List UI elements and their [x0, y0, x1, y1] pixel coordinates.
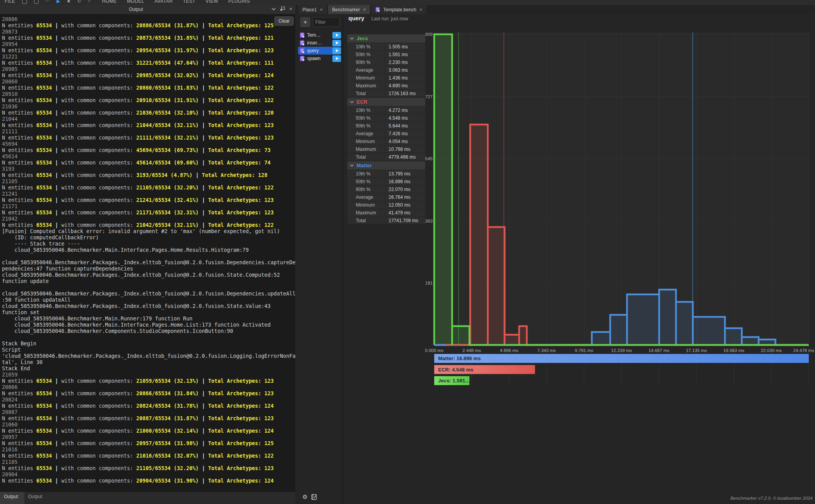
clear-button[interactable]: Clear	[274, 16, 294, 26]
filter-input[interactable]	[313, 17, 340, 27]
stat-section-header-jecs[interactable]: Jecs	[347, 34, 425, 42]
common-components-value: 20873/65534 (31.85%)	[136, 35, 199, 41]
output-panel-header: Output ×	[0, 5, 295, 14]
separator: |	[199, 135, 208, 141]
legend-bar-matter	[434, 354, 809, 363]
stat-label: Minimum	[347, 138, 385, 145]
stat-section-name: Matter	[357, 163, 372, 168]
console-line	[2, 334, 295, 341]
stat-value: 41.479 ms	[385, 209, 425, 216]
reset-icon[interactable]: ↻	[77, 0, 81, 4]
console-line: pendencies:47 function captureDependenci…	[2, 266, 295, 272]
console-text: with common components:	[61, 35, 136, 41]
separator: |	[199, 110, 208, 116]
console-text: with common components:	[61, 122, 136, 128]
total-archetypes: Total Archetypes: 121	[208, 35, 273, 41]
common-components-value: 45694/65534 (69.73%)	[136, 147, 199, 153]
benchmark-item-tem[interactable]: Tem…	[298, 31, 341, 39]
stat-row: 50th %4.548 ms	[347, 114, 425, 122]
run-title: query	[348, 15, 364, 21]
stat-row: Maximum41.479 ms	[347, 209, 425, 216]
dropdown-caret-icon[interactable]: ▾	[88, 0, 91, 4]
docs-book-icon[interactable]	[311, 494, 317, 500]
separator: |	[52, 391, 61, 396]
tab-place1[interactable]: Place1×	[298, 5, 327, 14]
stat-row: Total1726.163 ms	[347, 90, 425, 97]
benchmark-item-inser[interactable]: inser…	[298, 39, 341, 47]
total-archetypes: Total Archetypes: 111	[208, 60, 273, 66]
common-components-value: 20824/65534 (31.78%)	[136, 403, 199, 409]
console-text: N entities	[2, 122, 36, 128]
separator: |	[52, 122, 61, 128]
close-icon[interactable]: ×	[289, 7, 292, 11]
console-line: N entities 65534 | with common component…	[2, 185, 295, 191]
stat-row: 10th %1.505 ms	[347, 43, 425, 50]
console-line: 20957	[2, 434, 295, 440]
console-line: 21060	[2, 422, 295, 428]
separator: |	[52, 60, 61, 66]
stat-row: Average26.764 ms	[347, 193, 425, 201]
close-icon[interactable]: ×	[363, 7, 366, 12]
entity-count: 65534	[36, 428, 52, 434]
common-components-value: 21042/65534 (32.11%)	[136, 222, 199, 228]
run-benchmark-button[interactable]	[332, 32, 341, 39]
undock-icon[interactable]	[280, 7, 285, 11]
stat-label: Total	[347, 90, 385, 97]
console-line: 21111	[2, 129, 295, 135]
console-text: with common components:	[61, 160, 136, 166]
separator: |	[52, 97, 61, 103]
console-line: N entities 65534 | with common component…	[2, 48, 295, 54]
menu-plugins[interactable]: PLUGINS	[228, 0, 250, 4]
insert-icon[interactable]	[34, 0, 39, 4]
tab-benchmarker[interactable]: Benchmarker×	[328, 5, 370, 14]
separator: |	[199, 85, 208, 91]
total-archetypes: Total Archetypes: 124	[208, 428, 273, 434]
common-components-value: 20887/65534 (31.87%)	[136, 416, 199, 421]
tab-template-bench[interactable]: Template.bench×	[371, 5, 426, 14]
run-benchmark-button[interactable]	[332, 48, 341, 54]
y-axis-label: 727	[425, 94, 433, 99]
common-components-value: 31221/65534 (47.64%)	[136, 60, 199, 66]
play-button[interactable]: ▶	[57, 0, 60, 4]
menu-home[interactable]: HOME	[102, 0, 117, 4]
console-text: with common components:	[61, 185, 136, 191]
console-line: N entities 65534 | with common component…	[2, 465, 295, 472]
x-axis-label: 14.687 ms	[648, 348, 669, 353]
output-tab-0[interactable]: Output	[0, 492, 24, 504]
menu-avatar[interactable]: AVATAR	[154, 0, 173, 4]
stat-section-header-ecr[interactable]: ECR	[347, 98, 425, 106]
settings-gear-icon[interactable]: ⚙	[302, 493, 307, 500]
stop-button[interactable]: ■	[67, 0, 70, 4]
paste-icon[interactable]	[22, 0, 27, 4]
close-icon[interactable]: ×	[419, 7, 423, 12]
common-components-value: 20957/65534 (31.98%)	[136, 440, 199, 446]
console-line: N entities 65534 | with common component…	[2, 97, 295, 104]
menu-view[interactable]: VIEW	[206, 0, 218, 4]
script-icon	[375, 7, 380, 12]
menu-model[interactable]: MODEL	[127, 0, 144, 4]
output-tab-1[interactable]: Output	[24, 492, 48, 504]
run-benchmark-button[interactable]	[332, 55, 341, 62]
menu-test[interactable]: TEST	[183, 0, 195, 4]
console-text: N entities	[2, 416, 36, 421]
menu-file[interactable]: FILE	[5, 0, 15, 4]
total-archetypes: Total Archetypes: 123	[208, 416, 273, 421]
undo-icon[interactable]: ↶	[46, 0, 50, 4]
benchmark-item-spawn[interactable]: spawn	[298, 55, 341, 62]
common-components-value: 21241/65534 (32.41%)	[136, 197, 199, 203]
console-text: N entities	[2, 185, 36, 191]
total-archetypes: Total Archetypes: 123	[208, 48, 273, 53]
chevron-down-icon[interactable]	[272, 7, 276, 11]
console-line: N entities 65534 | with common component…	[2, 60, 295, 66]
console-text: with common components:	[61, 147, 136, 153]
benchmark-item-query[interactable]: query	[298, 47, 341, 55]
console-line: 21241	[2, 191, 295, 197]
output-console[interactable]: 20886N entities 65534 | with common comp…	[0, 14, 295, 492]
stat-section-header-matter[interactable]: Matter	[347, 161, 425, 170]
add-benchmark-button[interactable]: +	[300, 17, 310, 27]
stats-panel: Jecs10th %1.505 ms50th %1.591 ms90th %2.…	[347, 34, 425, 225]
run-benchmark-button[interactable]	[332, 40, 341, 46]
stat-value: 4.054 ms	[385, 138, 425, 145]
console-text: with common components:	[61, 97, 136, 103]
close-icon[interactable]: ×	[320, 7, 323, 12]
